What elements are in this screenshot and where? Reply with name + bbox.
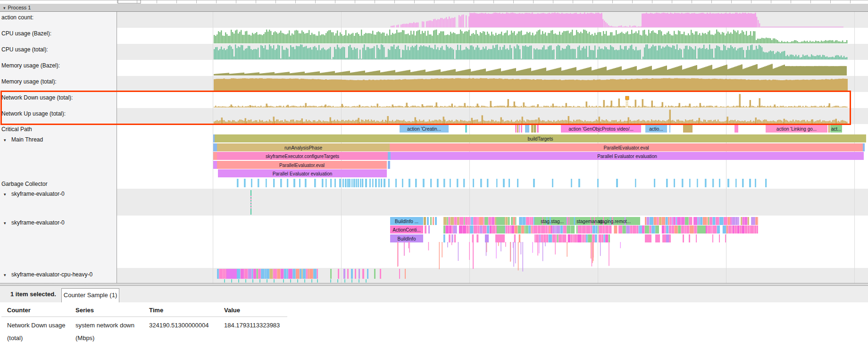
row-background: [117, 76, 868, 92]
track-label-text: Network Up usage (total):: [1, 110, 66, 117]
collapse-arrow-icon[interactable]: ▾: [3, 4, 6, 12]
track-label-action-count-[interactable]: action count:: [0, 14, 33, 21]
selection-status: 1 item selected.: [10, 291, 56, 298]
track-label-text: action count:: [1, 14, 33, 21]
track-label-text: CPU usage (total):: [1, 46, 48, 53]
track-label-cpu-usage-bazel-[interactable]: CPU usage (Bazel):: [0, 30, 51, 37]
track-label-skyframe-evaluator-0[interactable]: ▾skyframe-evaluator-0: [0, 219, 65, 226]
cell-counter-line2: (total): [7, 334, 23, 342]
track-label-text: Memory usage (total):: [1, 78, 57, 85]
collapse-arrow-icon[interactable]: ▾: [1, 191, 11, 198]
table-header-separator: [1, 317, 287, 317]
col-header-time[interactable]: Time: [149, 307, 163, 314]
track-label-main-thread[interactable]: ▾Main Thread: [0, 136, 43, 143]
col-header-value[interactable]: Value: [224, 307, 240, 314]
tab-counter-sample[interactable]: Counter Sample (1): [61, 288, 119, 302]
track-label-skyframe-evaluator-cpu-heavy-0[interactable]: ▾skyframe-evaluator-cpu-heavy-0: [0, 271, 92, 278]
track-label-text: Memory usage (Bazel):: [1, 62, 60, 69]
track-label-text: skyframe-evaluator-cpu-heavy-0: [11, 271, 92, 278]
row-background: [117, 216, 868, 268]
cell-time: 324190.51300000004: [149, 322, 209, 329]
process-title: Process 1: [8, 5, 31, 10]
track-label-panel: action count:CPU usage (Bazel):CPU usage…: [0, 12, 117, 283]
row-background: [117, 108, 868, 124]
col-header-counter[interactable]: Counter: [7, 307, 31, 314]
track-label-text: Garbage Collector: [1, 181, 47, 187]
details-tab-strip: 1 item selected. Counter Sample (1): [0, 286, 868, 302]
track-label-text: skyframe-evaluator-0: [11, 219, 65, 226]
row-background: [117, 268, 868, 283]
row-background: [117, 12, 868, 28]
col-header-series[interactable]: Series: [75, 307, 94, 314]
cell-series-line1: system network down: [75, 322, 134, 329]
track-label-memory-usage-bazel-[interactable]: Memory usage (Bazel):: [0, 62, 60, 69]
track-label-text: skyframe-evaluator-0: [11, 191, 65, 197]
track-label-text: Main Thread: [11, 136, 43, 143]
track-label-text: Network Down usage (total):: [1, 94, 73, 101]
track-label-memory-usage-total-[interactable]: Memory usage (total):: [0, 78, 57, 85]
collapse-arrow-icon[interactable]: ▾: [1, 136, 11, 144]
row-background: [117, 124, 868, 189]
row-background: [117, 92, 868, 108]
track-label-garbage-collector[interactable]: Garbage Collector: [0, 180, 47, 188]
track-label-skyframe-evaluator-0[interactable]: ▾skyframe-evaluator-0: [0, 190, 65, 198]
track-label-network-down-usage-total-[interactable]: Network Down usage (total):: [0, 94, 73, 101]
row-background: [117, 44, 868, 60]
row-background: [117, 60, 868, 76]
cell-series-line2: (Mbps): [75, 334, 94, 342]
track-label-text: Critical Path: [1, 126, 32, 133]
collapse-arrow-icon[interactable]: ▾: [1, 271, 11, 279]
trace-viewer: ▾Process 1 action count:CPU usage (Bazel…: [0, 0, 868, 350]
track-label-critical-path[interactable]: Critical Path: [0, 125, 32, 133]
row-background: [117, 28, 868, 44]
track-label-text: CPU usage (Bazel):: [1, 30, 51, 37]
track-label-network-up-usage-total-[interactable]: Network Up usage (total):: [0, 110, 66, 117]
details-panel: 1 item selected. Counter Sample (1) Coun…: [0, 286, 868, 350]
track-label-cpu-usage-total-[interactable]: CPU usage (total):: [0, 46, 48, 53]
collapse-arrow-icon[interactable]: ▾: [1, 219, 11, 227]
row-background: [117, 189, 868, 216]
process-header[interactable]: ▾Process 1: [0, 4, 868, 12]
cell-value: 184.1793113323983: [224, 322, 280, 329]
cell-counter-line1: Network Down usage: [7, 322, 66, 329]
